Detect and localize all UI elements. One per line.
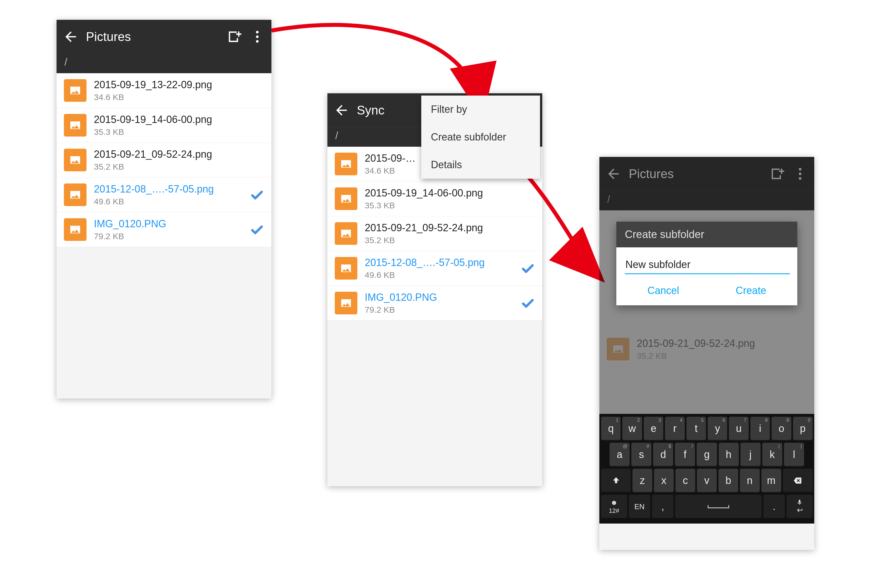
file-name: IMG_0120.PNG [94,218,243,230]
cancel-button[interactable]: Cancel [646,284,681,297]
image-thumb-icon [64,114,87,136]
file-name: 2015-12-08_….-57-05.png [365,256,513,268]
list-item[interactable]: 2015-09-19_14-06-00.png35.3 KB [327,182,542,216]
svg-point-3 [799,168,801,171]
key-y[interactable]: 6y [708,417,727,440]
file-size: 35.2 KB [365,236,535,245]
overflow-menu-icon[interactable] [792,166,808,182]
emoji-sym-key[interactable]: ☻ 12# [601,495,627,519]
key-e[interactable]: 3e [644,417,663,440]
comma-key[interactable]: , [652,495,674,519]
create-subfolder-dialog: Create subfolder Cancel Create [616,222,797,305]
on-screen-keyboard: 1q2w3e4r5t6y7u8i9o0p @a#s$d/fghj(k)l zxc… [599,414,814,524]
file-name: IMG_0120.PNG [365,291,513,303]
shift-key[interactable] [601,469,631,492]
key-k[interactable]: (k [762,443,782,466]
synced-check-icon [250,222,264,237]
file-name: 2015-09-19_13-22-09.png [94,79,264,91]
image-thumb-icon [64,149,87,171]
new-note-icon[interactable] [769,166,785,182]
image-thumb-icon [335,257,357,280]
svg-point-0 [256,31,258,33]
file-list: 2015-09-19_13-22-09.png34.6 KB2015-09-19… [57,73,272,247]
file-size: 79.2 KB [94,231,243,241]
create-button[interactable]: Create [734,284,768,297]
key-u[interactable]: 7u [729,417,748,440]
back-icon[interactable] [334,102,350,118]
mic-enter-key[interactable] [786,495,813,519]
synced-check-icon [521,296,535,310]
key-t[interactable]: 5t [687,417,706,440]
list-item[interactable]: 2015-09-21_09-52-24.png35.2 KB [327,216,542,251]
list-item[interactable]: IMG_0120.PNG79.2 KB [57,212,272,247]
list-item[interactable]: 2015-09-21_09-52-24.png35.2 KB [57,143,272,177]
file-name: 2015-09-21_09-52-24.png [365,222,535,234]
file-name: 2015-09-19_14-06-00.png [94,114,264,126]
overflow-menu-icon[interactable] [249,29,265,45]
overflow-popup-menu: Filter by Create subfolder Details [421,96,540,178]
synced-check-icon [250,188,264,202]
back-icon[interactable] [606,166,621,182]
svg-point-2 [256,40,258,43]
appbar-title: Pictures [629,167,762,181]
key-q[interactable]: 1q [601,417,621,440]
breadcrumb[interactable]: / [57,54,272,73]
period-key[interactable]: . [764,495,785,519]
backspace-key[interactable] [783,469,813,492]
svg-point-4 [799,172,801,175]
space-key[interactable] [675,495,762,519]
image-thumb-icon [335,222,357,245]
image-thumb-icon [335,292,357,314]
key-l[interactable]: )l [784,443,804,466]
breadcrumb[interactable]: / [599,191,814,210]
key-i[interactable]: 8i [750,417,770,440]
key-o[interactable]: 9o [772,417,791,440]
list-item[interactable]: 2015-09-19_13-22-09.png34.6 KB [57,73,272,108]
synced-check-icon [521,261,535,275]
list-item[interactable]: 2015-09-19_14-06-00.png35.3 KB [57,108,272,143]
list-item[interactable]: IMG_0120.PNG79.2 KB [327,286,542,321]
key-w[interactable]: 2w [622,417,642,440]
image-thumb-icon [335,153,357,175]
key-s[interactable]: #s [632,443,651,466]
file-size: 35.2 KB [94,162,264,172]
image-thumb-icon [335,188,357,210]
key-g[interactable]: g [697,443,717,466]
key-x[interactable]: x [654,469,674,492]
file-size: 49.6 KB [94,197,243,206]
file-size: 35.3 KB [365,201,535,210]
image-thumb-icon [64,183,87,206]
file-size: 49.6 KB [365,270,513,280]
new-note-icon[interactable] [226,29,242,45]
key-a[interactable]: @a [609,443,630,466]
key-m[interactable]: m [761,469,781,492]
svg-point-1 [256,35,258,38]
svg-point-5 [799,177,801,180]
key-h[interactable]: h [719,443,739,466]
key-j[interactable]: j [741,443,760,466]
key-c[interactable]: c [675,469,695,492]
list-item[interactable]: 2015-12-08_….-57-05.png49.6 KB [327,251,542,286]
back-icon[interactable] [63,29,79,45]
menu-item-filter[interactable]: Filter by [421,96,540,123]
phone-1: Pictures / 2015-09-19_13-22-09.png34.6 K… [57,20,272,399]
key-v[interactable]: v [697,469,717,492]
appbar-title: Pictures [86,30,219,44]
menu-item-create-subfolder[interactable]: Create subfolder [421,123,540,151]
key-f[interactable]: /f [675,443,695,466]
key-p[interactable]: 0p [793,417,813,440]
key-n[interactable]: n [740,469,760,492]
file-size: 34.6 KB [94,93,264,102]
subfolder-name-input[interactable] [625,257,790,274]
key-z[interactable]: z [633,469,652,492]
key-d[interactable]: $d [653,443,673,466]
image-thumb-icon [64,79,87,102]
list-item[interactable]: 2015-12-08_….-57-05.png49.6 KB [57,177,272,212]
image-thumb-icon [64,218,87,241]
file-name: 2015-09-19_14-06-00.png [365,187,535,199]
key-r[interactable]: 4r [665,417,684,440]
language-key[interactable]: EN [629,495,650,519]
dialog-title: Create subfolder [616,222,797,248]
key-b[interactable]: b [718,469,738,492]
menu-item-details[interactable]: Details [421,151,540,178]
